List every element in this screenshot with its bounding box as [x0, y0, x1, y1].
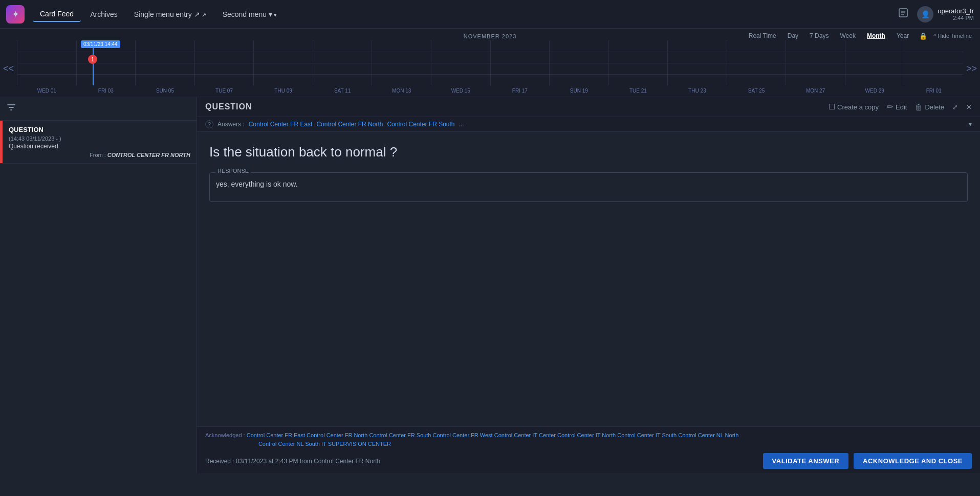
- timeline-dates: WED 01 FRI 03 SUN 05 TUE 07 THU 09 SAT 1…: [17, 85, 963, 97]
- tl-date-14: WED 29: [845, 85, 904, 97]
- edit-btn[interactable]: ✏ Edit: [887, 102, 907, 111]
- tl-hline-2: [17, 63, 963, 63]
- close-btn[interactable]: ✕: [966, 103, 972, 111]
- tl-date-4: THU 09: [253, 85, 313, 97]
- view-week[interactable]: Week: [836, 31, 859, 40]
- question-text: Is the situation back to normal ?: [209, 144, 968, 160]
- acknowledged-label: Acknowledged :: [205, 432, 247, 438]
- timeline-marker-badge: 03/11/23 14:44: [81, 40, 120, 48]
- sidebar-card-question[interactable]: QUESTION (14:43 03/11/2023 - ) Question …: [0, 121, 197, 164]
- expand-icon: ⤢: [952, 103, 958, 111]
- tl-date-1: FRI 03: [76, 85, 136, 97]
- user-menu[interactable]: 👤 operator3_fr 2:44 PM: [917, 6, 974, 22]
- nav-archives[interactable]: Archives: [83, 7, 125, 21]
- question-panel-title: QUESTION: [205, 102, 829, 111]
- ack-link-5[interactable]: Control Center IT North: [557, 432, 616, 438]
- timeline-month-label: NOVEMBER 2023: [330, 30, 651, 40]
- footer-buttons: VALIDATE ANSWER ACKNOWLEDGE AND CLOSE: [763, 453, 972, 469]
- sidebar-card-from: From : CONTROL CENTER FR NORTH: [9, 152, 190, 158]
- view-7days[interactable]: 7 Days: [805, 31, 833, 40]
- view-day[interactable]: Day: [783, 31, 802, 40]
- user-name: operator3_fr: [938, 7, 974, 15]
- question-panel-header: QUESTION ☐ Create a copy ✏ Edit 🗑 Delete…: [197, 97, 980, 117]
- nav-second-menu[interactable]: Second menu ▾: [215, 7, 284, 21]
- response-label: RESPONSE: [215, 168, 251, 174]
- ack-link-2[interactable]: Control Center FR South: [369, 432, 431, 438]
- create-copy-btn[interactable]: ☐ Create a copy: [829, 102, 879, 111]
- tl-date-11: THU 23: [667, 85, 727, 97]
- pencil-icon: ✏: [887, 102, 894, 111]
- tl-date-7: WED 15: [431, 85, 490, 97]
- tl-date-13: MON 27: [786, 85, 845, 97]
- tl-date-8: FRI 17: [490, 85, 550, 97]
- ack-link-1[interactable]: Control Center FR North: [307, 432, 367, 438]
- topnav: ✦ Card Feed Archives Single menu entry ↗…: [0, 0, 980, 29]
- main-content: QUESTION (14:43 03/11/2023 - ) Question …: [0, 97, 980, 473]
- tl-date-12: SAT 25: [727, 85, 786, 97]
- panel-actions: ☐ Create a copy ✏ Edit 🗑 Delete ⤢ ✕: [829, 102, 972, 111]
- ack-link-7[interactable]: Control Center NL North: [678, 432, 738, 438]
- ack-link-9[interactable]: IT SUPERVISION CENTER: [321, 441, 391, 447]
- sidebar-card-status: Question received: [9, 143, 190, 150]
- tl-date-5: SAT 11: [313, 85, 372, 97]
- tl-hline-3: [17, 74, 963, 75]
- tl-date-15: FRI 01: [904, 85, 963, 97]
- ack-link-8[interactable]: Control Center NL South: [258, 441, 320, 447]
- answer-link-1[interactable]: Control Center FR North: [316, 121, 383, 128]
- sidebar-card-body: QUESTION (14:43 03/11/2023 - ) Question …: [3, 121, 197, 163]
- nav-single-menu-entry[interactable]: Single menu entry ↗: [127, 7, 213, 21]
- ack-link-6[interactable]: Control Center IT South: [617, 432, 677, 438]
- answers-label: Answers :: [217, 121, 245, 128]
- acknowledged-bar: Acknowledged : Control Center FR East Co…: [205, 431, 972, 449]
- answers-help-icon[interactable]: ?: [205, 120, 213, 128]
- acknowledge-close-btn[interactable]: ACKNOWLEDGE AND CLOSE: [854, 453, 972, 469]
- timeline-prev-btn[interactable]: <<: [0, 40, 17, 97]
- tl-hline-1: [17, 52, 963, 52]
- response-field-wrapper: RESPONSE yes, everything is ok now.: [209, 172, 968, 204]
- tl-date-10: TUE 21: [608, 85, 668, 97]
- topnav-right: 👤 operator3_fr 2:44 PM: [898, 6, 974, 22]
- tl-date-6: MON 13: [372, 85, 431, 97]
- ack-link-3[interactable]: Control Center FR West: [433, 432, 493, 438]
- filter-icon[interactable]: [6, 104, 16, 115]
- question-body: Is the situation back to normal ? RESPON…: [197, 132, 980, 426]
- sidebar-card-title: QUESTION: [9, 126, 190, 133]
- received-text: Received : 03/11/2023 at 2:43 PM from Co…: [205, 458, 380, 465]
- answers-bar: ? Answers : Control Center FR East Contr…: [197, 117, 980, 132]
- answers-expand-icon[interactable]: ▾: [969, 121, 972, 128]
- ack-link-4[interactable]: Control Center IT Center: [494, 432, 556, 438]
- timeline-event-badge[interactable]: 1: [88, 55, 97, 64]
- ack-link-0[interactable]: Control Center FR East: [247, 432, 305, 438]
- nav-links: Card Feed Archives Single menu entry ↗ S…: [33, 7, 898, 22]
- validate-answer-btn[interactable]: VALIDATE ANSWER: [763, 453, 848, 469]
- view-month[interactable]: Month: [863, 31, 889, 40]
- user-info: operator3_fr 2:44 PM: [938, 7, 974, 21]
- answers-more[interactable]: ...: [459, 121, 464, 128]
- sidebar-card-from-center: CONTROL CENTER FR NORTH: [107, 152, 190, 158]
- nav-card-feed[interactable]: Card Feed: [33, 7, 81, 22]
- answer-link-0[interactable]: Control Center FR East: [249, 121, 313, 128]
- delete-btn[interactable]: 🗑 Delete: [915, 103, 944, 111]
- trash-icon: 🗑: [915, 103, 923, 111]
- hide-timeline-btn[interactable]: ^ Hide Timeline: [933, 33, 972, 39]
- view-year[interactable]: Year: [892, 31, 913, 40]
- app-logo[interactable]: ✦: [6, 5, 25, 24]
- timeline-section: NOVEMBER 2023 Real Time Day 7 Days Week …: [0, 29, 980, 97]
- response-textarea[interactable]: yes, everything is ok now.: [209, 172, 968, 202]
- expand-btn[interactable]: ⤢: [952, 103, 958, 111]
- tl-date-2: SUN 05: [135, 85, 194, 97]
- sidebar: QUESTION (14:43 03/11/2023 - ) Question …: [0, 97, 197, 473]
- timeline-next-btn[interactable]: >>: [963, 40, 980, 97]
- user-time: 2:44 PM: [938, 15, 974, 21]
- user-avatar: 👤: [917, 6, 933, 22]
- question-panel: QUESTION ☐ Create a copy ✏ Edit 🗑 Delete…: [197, 97, 980, 473]
- close-icon: ✕: [966, 103, 972, 111]
- sidebar-card-date: (14:43 03/11/2023 - ): [9, 136, 190, 142]
- received-bar: Received : 03/11/2023 at 2:43 PM from Co…: [205, 451, 972, 469]
- timeline-area: <<: [0, 40, 980, 97]
- edit-icon[interactable]: [898, 7, 909, 21]
- sidebar-filter-bar: [0, 97, 197, 121]
- view-realtime[interactable]: Real Time: [745, 31, 780, 40]
- timeline-canvas[interactable]: 03/11/23 14:44 1 WED 01 FRI 03 SUN 05 TU…: [17, 40, 963, 97]
- answer-link-2[interactable]: Control Center FR South: [387, 121, 454, 128]
